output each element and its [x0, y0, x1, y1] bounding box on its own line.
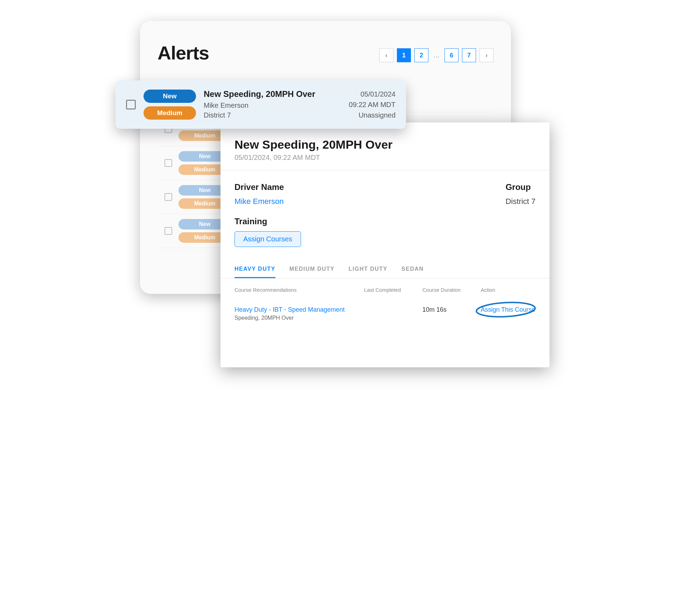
alert-time: 09:22 AM MDT	[349, 99, 396, 110]
status-badge: New	[144, 90, 196, 103]
col-course: Course Recommendations	[234, 287, 360, 293]
detail-title: New Speeding, 20MPH Over	[234, 138, 536, 151]
row-checkbox[interactable]	[126, 100, 136, 109]
alert-date: 05/01/2024	[349, 89, 396, 99]
pagination-prev[interactable]: ‹	[379, 48, 393, 62]
row-checkbox[interactable]	[164, 159, 172, 167]
pagination-page-1[interactable]: 1	[397, 48, 411, 62]
tab-medium-duty[interactable]: MEDIUM DUTY	[289, 261, 335, 278]
assign-this-course-link[interactable]: Assign This Course	[481, 306, 535, 313]
group-value: District 7	[505, 197, 536, 206]
row-checkbox[interactable]	[164, 193, 172, 201]
vehicle-class-tabs: HEAVY DUTY MEDIUM DUTY LIGHT DUTY SEDAN	[220, 261, 550, 278]
page-title: Alerts	[158, 42, 209, 64]
course-row: Heavy Duty - IBT - Speed Management Spee…	[234, 302, 536, 325]
course-table: Course Recommendations Last Completed Co…	[220, 278, 550, 325]
course-name-link[interactable]: Heavy Duty - IBT - Speed Management	[234, 306, 360, 313]
course-duration: 10m 16s	[422, 306, 477, 313]
assign-courses-button[interactable]: Assign Courses	[234, 231, 301, 247]
alert-detail-panel: New Speeding, 20MPH Over 05/01/2024, 09:…	[220, 122, 550, 367]
col-action: Action	[481, 287, 536, 293]
row-checkbox[interactable]	[164, 227, 172, 235]
group-label: Group	[505, 182, 536, 192]
detail-datetime: 05/01/2024, 09:22 AM MDT	[234, 154, 536, 162]
pagination-ellipsis: …	[432, 52, 441, 59]
alert-title: New Speeding, 20MPH Over	[204, 89, 341, 99]
severity-badge: Medium	[144, 106, 196, 120]
pagination-next[interactable]: ›	[479, 48, 493, 62]
alert-driver: Mike Emerson	[204, 100, 341, 110]
tab-light-duty[interactable]: LIGHT DUTY	[349, 261, 387, 278]
alert-district: District 7	[204, 110, 341, 120]
pagination-page-2[interactable]: 2	[414, 48, 428, 62]
assign-this-course-label: Assign This Course	[481, 306, 535, 313]
course-subtitle: Speeding, 20MPH Over	[234, 315, 360, 321]
pagination-page-6[interactable]: 6	[444, 48, 458, 62]
col-last-completed: Last Completed	[364, 287, 419, 293]
chevron-left-icon: ‹	[385, 52, 387, 59]
driver-name-label: Driver Name	[234, 182, 284, 192]
col-duration: Course Duration	[422, 287, 477, 293]
training-label: Training	[234, 217, 536, 226]
driver-name-link[interactable]: Mike Emerson	[234, 197, 284, 206]
selected-alert-card[interactable]: New Medium New Speeding, 20MPH Over Mike…	[115, 80, 406, 129]
pagination-page-7[interactable]: 7	[462, 48, 476, 62]
alert-status: Unassigned	[349, 110, 396, 120]
pagination: ‹ 1 2 … 6 7 ›	[379, 48, 493, 62]
tab-heavy-duty[interactable]: HEAVY DUTY	[234, 261, 275, 278]
chevron-right-icon: ›	[485, 52, 488, 59]
tab-sedan[interactable]: SEDAN	[401, 261, 424, 278]
